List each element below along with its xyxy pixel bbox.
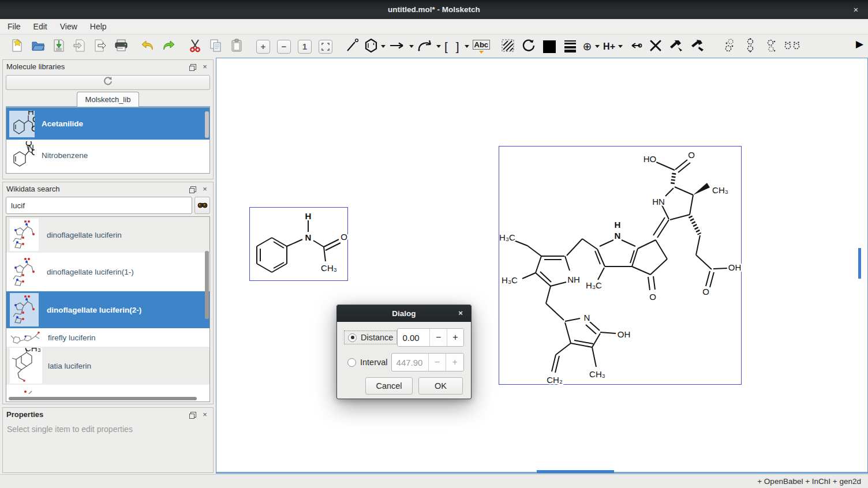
- svg-text:N: N: [584, 313, 590, 322]
- hydrogen-tool-dropdown-icon[interactable]: [618, 45, 623, 48]
- arrow-tool[interactable]: [389, 38, 414, 55]
- color-picker-button[interactable]: [541, 38, 558, 55]
- cut-button[interactable]: [186, 38, 204, 55]
- list-item-partial[interactable]: [6, 385, 209, 395]
- interval-decrement-button[interactable]: −: [428, 354, 446, 371]
- svg-text:N: N: [615, 231, 621, 241]
- float-panel-icon[interactable]: [188, 410, 197, 419]
- menu-help[interactable]: Help: [84, 20, 113, 33]
- molecule-library-list: HOCH₃ Acetanilide ONOH Nitrobenzene: [6, 107, 210, 174]
- import-file-button[interactable]: [71, 38, 88, 55]
- molecule-tool-4[interactable]: [783, 38, 802, 55]
- molecule-glyph-icon-2: [745, 37, 755, 56]
- svg-text:H₃C: H₃C: [499, 232, 515, 242]
- redo-button[interactable]: [160, 38, 177, 55]
- float-panel-icon[interactable]: [188, 62, 197, 72]
- search-button[interactable]: [194, 197, 210, 214]
- copy-button[interactable]: [207, 38, 225, 55]
- bracket-tool[interactable]: [ ]: [444, 38, 469, 55]
- draw-bond-tool[interactable]: [343, 38, 361, 55]
- menu-view[interactable]: View: [54, 20, 84, 33]
- molecule-acetanilide[interactable]: H N O CH₃: [249, 207, 348, 281]
- drawing-canvas[interactable]: H N O CH₃: [216, 58, 868, 474]
- list-item-acetanilide[interactable]: HOCH₃ Acetanilide: [6, 108, 209, 140]
- float-panel-icon[interactable]: [188, 185, 197, 194]
- new-file-button[interactable]: [9, 38, 26, 55]
- interval-radio[interactable]: [347, 358, 356, 367]
- charge-tool-dropdown-icon[interactable]: [595, 45, 600, 48]
- toolbar-overflow-icon[interactable]: ▶: [856, 38, 863, 50]
- ring-tool-dropdown-icon[interactable]: [381, 45, 386, 48]
- canvas-vscrollbar-thumb[interactable]: [858, 248, 861, 279]
- cancel-button[interactable]: Cancel: [365, 377, 413, 395]
- save-file-button[interactable]: [50, 38, 68, 55]
- window-close-icon[interactable]: ×: [850, 3, 862, 16]
- list-item-dino-luciferin[interactable]: dinoflagellate luciferin: [6, 217, 209, 253]
- hammer-tool-1[interactable]: [668, 38, 685, 55]
- library-scrollbar-thumb[interactable]: [205, 111, 209, 138]
- open-file-button[interactable]: [29, 38, 47, 55]
- list-item-dino-luciferin-1[interactable]: dinoflagellate luciferin(1-): [6, 253, 209, 291]
- list-item-firefly-luciferin[interactable]: firefly luciferin: [6, 328, 209, 347]
- line-width-button[interactable]: [562, 38, 579, 55]
- library-tabbar: Molsketch_lib: [6, 92, 210, 107]
- dialog-close-icon[interactable]: ×: [455, 308, 466, 318]
- list-item-label: Nitrobenzene: [42, 151, 88, 160]
- selection-tool[interactable]: [499, 38, 517, 55]
- list-item-nitrobenzene[interactable]: ONOH Nitrobenzene: [6, 140, 209, 171]
- zoom-original-button[interactable]: 1: [296, 38, 313, 55]
- svg-text:OH: OH: [618, 329, 631, 339]
- text-tool[interactable]: Abc: [473, 38, 491, 55]
- text-tool-icon: Abc: [473, 40, 491, 54]
- distance-value-input[interactable]: [398, 329, 429, 346]
- refresh-library-button[interactable]: [6, 75, 210, 90]
- hammer-tool-2[interactable]: [689, 38, 706, 55]
- menu-file[interactable]: File: [1, 20, 27, 33]
- bracket-tool-dropdown-icon[interactable]: [465, 45, 469, 48]
- interval-increment-button[interactable]: +: [446, 354, 463, 371]
- undo-button[interactable]: [139, 38, 156, 55]
- electron-tool[interactable]: [626, 38, 643, 55]
- zoom-fit-button[interactable]: [317, 38, 334, 55]
- interval-value-input[interactable]: [392, 354, 428, 371]
- distance-radio[interactable]: [348, 333, 357, 342]
- molecule-luciferin[interactable]: HO O CH₃ HN H N H₃C H₃C NH H₃C O OH O N …: [499, 146, 742, 385]
- export-file-button[interactable]: [92, 38, 109, 55]
- paste-button[interactable]: [228, 38, 245, 55]
- ok-button[interactable]: OK: [418, 377, 463, 395]
- wikidata-scrollbar-thumb[interactable]: [205, 251, 209, 319]
- charge-tool[interactable]: ⊕: [582, 38, 600, 55]
- rotate-tool[interactable]: [520, 38, 537, 55]
- distance-radio-group[interactable]: Distance: [344, 331, 397, 344]
- menu-edit[interactable]: Edit: [27, 20, 54, 33]
- svg-text:O: O: [341, 232, 347, 242]
- tab-molsketch-lib[interactable]: Molsketch_lib: [77, 92, 140, 107]
- delete-x-icon: [649, 39, 662, 54]
- hydrogen-tool[interactable]: H+: [603, 38, 623, 55]
- distance-increment-button[interactable]: +: [447, 329, 463, 346]
- molecule-tool-2[interactable]: [742, 38, 759, 55]
- list-item-dino-luciferin-2[interactable]: dinoflagellate luciferin(2-): [6, 291, 209, 328]
- close-panel-icon[interactable]: ×: [200, 410, 209, 419]
- wikidata-search-input[interactable]: [6, 197, 192, 214]
- mechanism-arrow-tool[interactable]: [417, 38, 441, 55]
- zoom-in-button[interactable]: +: [255, 38, 272, 55]
- zoom-out-button[interactable]: −: [275, 38, 293, 55]
- molecule-tool-1[interactable]: [721, 38, 738, 55]
- close-panel-icon[interactable]: ×: [200, 185, 209, 194]
- close-panel-icon[interactable]: ×: [200, 62, 209, 72]
- distance-decrement-button[interactable]: −: [429, 329, 446, 346]
- delete-tool[interactable]: [647, 38, 664, 55]
- interval-radio-group[interactable]: Interval: [344, 356, 391, 369]
- wikidata-hscrollbar-thumb[interactable]: [9, 397, 197, 400]
- print-button[interactable]: [113, 38, 130, 55]
- canvas-hscrollbar-thumb[interactable]: [537, 470, 614, 473]
- svg-text:CH₃: CH₃: [31, 123, 35, 133]
- dialog-titlebar[interactable]: Dialog ×: [337, 305, 471, 322]
- molecule-tool-3[interactable]: [762, 38, 780, 55]
- list-item-latia-luciferin[interactable]: CH₃ latia luciferin: [6, 347, 209, 385]
- ring-tool[interactable]: [364, 38, 386, 55]
- list-item-label: firefly luciferin: [48, 333, 96, 342]
- mechanism-arrow-dropdown-icon[interactable]: [436, 45, 441, 48]
- arrow-tool-dropdown-icon[interactable]: [409, 45, 414, 48]
